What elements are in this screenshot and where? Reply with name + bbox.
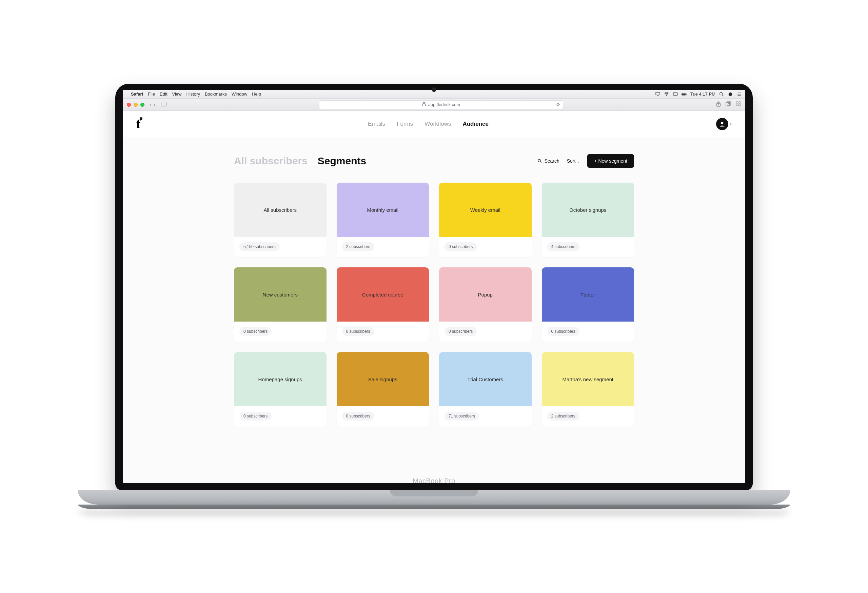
subscriber-count-badge: 0 subscribers [444,327,477,336]
segment-name: Monthly email [367,207,399,213]
airplay-icon[interactable] [655,91,660,97]
segment-card[interactable]: October signups4 subscribers [542,182,635,257]
mac-menu-window[interactable]: Window [232,91,247,97]
laptop-hinge [78,490,790,505]
clock[interactable]: Tue 4:17 PM [690,91,715,97]
nav-forms[interactable]: Forms [397,121,413,127]
reload-icon[interactable]: ⟳ [557,102,560,107]
segment-name: Homepage signups [258,377,302,382]
page-tools: Search Sort ⌄ + New segment [537,154,634,168]
mac-menu-history[interactable]: History [186,91,200,97]
content-container: All subscribers Segments Search Sort [234,154,634,427]
siri-icon[interactable] [728,91,733,97]
nav-emails[interactable]: Emails [368,121,385,127]
screen: Safari File Edit View History Bookmarks … [123,90,745,483]
url-text: app.flodesk.com [428,102,460,107]
share-icon[interactable] [716,101,721,108]
display-icon[interactable] [673,91,678,97]
tab-all-subscribers[interactable]: All subscribers [234,155,307,167]
segment-card[interactable]: Popup0 subscribers [439,267,531,342]
segment-card-footer: 0 subscribers [439,322,531,342]
svg-rect-15 [739,104,741,106]
segment-name: Martha's new segment [562,377,613,382]
camera-icon [432,87,436,92]
mac-menu-view[interactable]: View [172,91,182,97]
lock-icon [422,102,426,107]
account-menu[interactable]: ▾ [716,118,732,130]
mac-menu-bookmarks[interactable]: Bookmarks [205,91,227,97]
segment-card[interactable]: Trial Customers71 subscribers [439,352,531,427]
page-toolbar: All subscribers Segments Search Sort [234,154,634,168]
app-header: f Emails Forms Workflows Audience ▾ [123,111,745,137]
laptop-frame: Safari File Edit View History Bookmarks … [115,84,753,509]
segment-card[interactable]: Monthly email2 subscribers [337,182,429,257]
nav-audience[interactable]: Audience [462,121,489,127]
mac-menu-help[interactable]: Help [252,91,261,97]
svg-point-17 [538,159,541,162]
sort-button[interactable]: Sort ⌄ [567,158,580,164]
segment-card-footer: 0 subscribers [337,322,429,342]
segment-name: Completed course [362,292,403,297]
tabs-overview-icon[interactable] [736,101,741,108]
subscriber-count-badge: 0 subscribers [342,327,374,336]
mac-app-name[interactable]: Safari [131,91,143,97]
segment-card[interactable]: All subscribers5,150 subscribers [234,182,326,257]
nav-back-icon[interactable]: ‹ [150,102,152,108]
segment-card-footer: 0 subscribers [337,406,429,427]
subscriber-count-badge: 0 subscribers [239,412,272,421]
battery-icon[interactable] [682,91,687,97]
segment-name: Trial Customers [468,377,503,382]
chevron-down-icon: ⌄ [577,159,580,163]
flodesk-logo-icon[interactable]: f [136,118,140,130]
mac-menu-edit[interactable]: Edit [160,91,167,97]
segment-name: New customers [263,292,298,297]
segment-card-footer: 0 subscribers [234,322,326,342]
svg-point-5 [720,92,723,95]
segment-card-footer: 0 subscribers [234,406,326,427]
subscriber-count-badge: 2 subscribers [547,412,579,421]
notifications-icon[interactable] [737,91,742,97]
window-controls [127,103,145,107]
window-zoom-icon[interactable] [140,103,145,107]
segment-card[interactable]: Homepage signups0 subscribers [234,352,326,427]
new-tab-icon[interactable] [726,101,731,108]
address-bar-wrap: app.flodesk.com ⟳ [170,100,713,109]
svg-rect-12 [736,102,738,103]
segment-card-header: All subscribers [234,182,326,237]
sort-label: Sort [567,158,576,164]
segment-card-footer: 5,150 subscribers [234,237,326,257]
segment-card[interactable]: Sale signups0 subscribers [337,352,429,427]
app-body: All subscribers Segments Search Sort [123,137,745,483]
segment-card[interactable]: Completed course0 subscribers [337,267,429,342]
window-close-icon[interactable] [127,103,131,107]
nav-workflows[interactable]: Workflows [425,121,451,127]
audience-tabs: All subscribers Segments [234,155,366,167]
segment-name: Weekly email [470,207,500,213]
wifi-icon[interactable] [664,91,669,97]
svg-rect-14 [736,104,738,106]
sidebar-toggle-icon[interactable] [161,102,167,107]
segment-card-header: October signups [542,182,635,237]
segment-name: Footer [580,292,595,297]
safari-right [716,101,741,108]
segment-name: All subscribers [263,207,297,213]
mac-menu-file[interactable]: File [148,91,155,97]
spotlight-icon[interactable] [719,91,724,97]
segment-card[interactable]: Weekly email0 subscribers [439,182,531,257]
search-button[interactable]: Search [537,158,559,164]
window-minimize-icon[interactable] [134,103,138,107]
nav-forward-icon[interactable]: › [154,102,155,108]
address-bar[interactable]: app.flodesk.com ⟳ [319,100,563,109]
svg-rect-8 [422,104,425,106]
segment-card[interactable]: New customers0 subscribers [234,267,326,342]
segment-name: Sale signups [368,377,397,382]
new-segment-button[interactable]: + New segment [587,154,634,168]
segment-card[interactable]: Martha's new segment2 subscribers [542,352,635,427]
app-nav: Emails Forms Workflows Audience [368,121,489,127]
segment-card-footer: 2 subscribers [337,237,429,257]
tab-segments[interactable]: Segments [318,155,366,167]
segment-card[interactable]: Footer0 subscribers [542,267,635,342]
segment-name: Popup [478,292,493,297]
segment-card-header: Homepage signups [234,352,326,406]
search-icon [537,159,542,163]
